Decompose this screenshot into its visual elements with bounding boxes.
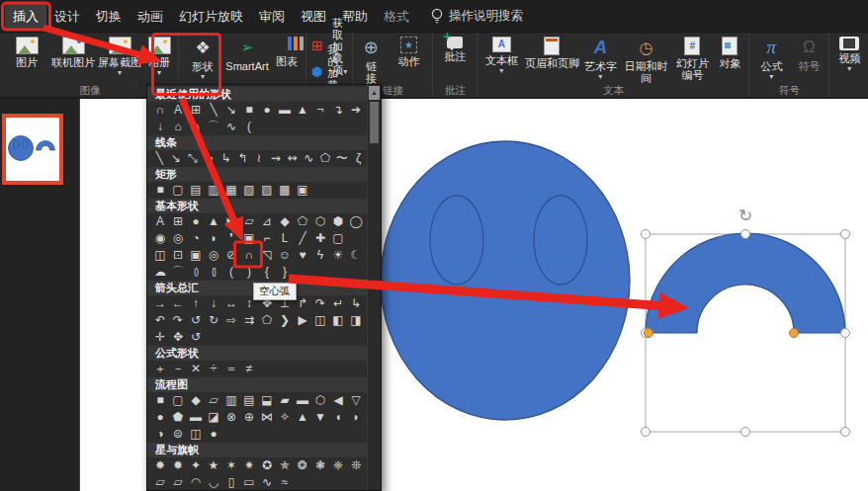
extract-shape-icon[interactable]: ▲ [294,409,311,426]
magnetic-disk-shape-icon[interactable]: ⊜ [169,426,187,443]
pictures-button[interactable]: 图片 [4,33,49,84]
round-same-side-corner-rectangle-shape-icon[interactable]: ▩ [276,182,294,199]
tab-animations[interactable]: 动画 [130,3,171,30]
elbow-connector-shape-icon[interactable]: ¬ [311,102,329,119]
connector-shape-icon[interactable]: ● [151,409,169,426]
online-pictures-button[interactable]: 联机图片 [49,33,97,84]
stored-data-shape-icon[interactable]: ◖ [329,409,347,426]
plus-sign-shape-icon[interactable]: ＋ [151,361,169,377]
notched-right-arrow-shape-icon[interactable]: ⇉ [240,312,258,329]
elbow-double-arrow-connector-shape-icon[interactable]: ↰ [234,150,251,167]
line-arrow-shape-icon[interactable]: ↘ [168,150,185,167]
video-button[interactable]: 视频▾ [831,33,867,84]
no-symbol-shape-icon[interactable]: ⊘ [222,247,240,264]
link-button[interactable]: ⊕链 接 [355,33,387,84]
horizontal-scroll-shape-icon[interactable]: ▭ [240,474,258,490]
star-32-point-shape-icon[interactable]: ❊ [347,457,365,474]
right-arrow-shape-icon[interactable]: → [151,295,169,312]
equal-sign-shape-icon[interactable]: ＝ [222,361,240,377]
tell-me-search[interactable]: 操作说明搜索 [431,3,523,30]
star-5-point-shape-icon[interactable]: ★ [205,457,222,474]
my-add-ins-button[interactable]: ⬢我的加载项▾ [308,60,350,84]
down-arrow-shape-icon[interactable]: ↓ [205,295,222,312]
star-16-point-shape-icon[interactable]: ❃ [311,457,329,474]
circular-arrow-2-shape-icon[interactable]: ↺ [187,329,205,346]
pentagon-arrow-shape-icon[interactable]: ⬠ [258,312,276,329]
plaque-shape-icon[interactable]: ▢ [329,230,347,247]
not-equal-sign-shape-icon[interactable]: ≠ [240,361,258,377]
left-right-arrow-callout-shape-icon[interactable]: ✥ [169,329,187,346]
curved-left-arrow-shape-icon[interactable]: ↶ [151,312,169,329]
lightning-bolt-shape-icon[interactable]: ϟ [311,247,329,264]
bent-up-arrow-shape-icon[interactable]: ↵ [329,295,347,312]
tab-slideshow[interactable]: 幻灯片放映 [171,3,251,30]
tab-insert[interactable]: 插入 [5,3,46,30]
dodecagon-shape-icon[interactable]: ◎ [169,230,187,247]
line-shape-icon[interactable]: ╲ [205,102,222,119]
wordart-button[interactable]: A艺术字▾ [580,33,620,84]
or-shape-icon[interactable]: ⊕ [240,409,258,426]
round-single-corner-rectangle-shape-icon[interactable]: ▨ [258,182,276,199]
wave-shape-icon[interactable]: ∿ [258,474,276,490]
curved-down-arrow-shape-icon[interactable]: ↷ [169,312,187,329]
arc-shape-icon[interactable]: ⌒ [205,119,222,135]
slide-number-button[interactable]: #幻灯片 编号 [671,33,713,84]
chord-shape-icon[interactable]: ◗ [205,230,222,247]
oval-shape-icon[interactable]: ● [187,213,205,230]
freeform-shape-shape-icon[interactable]: ⬠ [317,150,334,167]
tab-format[interactable]: 格式 [376,3,417,30]
snip-single-corner-rectangle-shape-icon[interactable]: ▤ [187,182,205,199]
preparation-shape-icon[interactable]: ⬡ [311,392,329,409]
curved-arrow-connector-shape-icon[interactable]: ⇝ [267,150,284,167]
quad-arrow-callout-shape-icon[interactable]: ✛ [151,329,169,346]
heptagon-shape-icon[interactable]: ⬢ [329,213,347,230]
curved-ribbon-up-shape-icon[interactable]: ◠ [187,474,205,490]
block-arc-shape-icon[interactable]: ∩ [240,247,258,264]
moon-shape-icon[interactable]: ☾ [347,247,365,264]
right-arrow-shape-icon[interactable]: ➔ [347,102,365,119]
down-arrow-shape-icon[interactable]: ↓ [151,119,169,135]
snip-same-side-corner-rectangle-shape-icon[interactable]: ▥ [205,182,222,199]
vertical-scroll-shape-icon[interactable]: ▯ [222,474,240,490]
rounded-rectangle-shape-icon[interactable]: ▬ [276,102,294,119]
circular-arrow-shape-icon[interactable]: ↻ [205,312,222,329]
tab-design[interactable]: 设计 [46,3,88,30]
block-arc-shape-icon[interactable]: ∩ [151,102,169,119]
chevron-arrow-shape-icon[interactable]: ❯ [276,312,294,329]
snip-round-single-corner-rectangle-shape-icon[interactable]: ▧ [240,182,258,199]
arc-shape-icon[interactable]: ⌒ [169,264,187,281]
predefined-process-shape-icon[interactable]: ▥ [222,392,240,409]
minus-sign-shape-icon[interactable]: － [169,361,187,377]
line-double-arrow-shape-icon[interactable]: ⤡ [185,150,202,167]
menu-scrollbar[interactable]: ▲ [367,85,381,490]
regular-pentagon-shape-icon[interactable]: ⬠ [294,213,311,230]
folded-corner-shape-icon[interactable]: ◹ [258,247,276,264]
card-shape-icon[interactable]: ▬ [187,409,205,426]
scrollbar-thumb[interactable] [370,102,379,143]
bent-arrow-shape-icon[interactable]: ↱ [294,295,311,312]
shapes-button[interactable]: ❖形状▾ [181,33,224,84]
rectangle-shape-icon[interactable]: ■ [240,102,258,119]
freeform-scribble-shape-icon[interactable]: 〜 [333,150,350,167]
isosceles-triangle-shape-icon[interactable]: ▲ [294,102,311,119]
sequential-access-storage-shape-icon[interactable]: ◑ [151,426,169,443]
display-shape-icon[interactable]: ● [205,426,222,443]
document-shape-icon[interactable]: ⬓ [258,392,276,409]
bevel-shape-icon[interactable]: ▣ [187,247,205,264]
double-bracket-shape-icon[interactable]: () [187,264,205,281]
isosceles-triangle-shape-icon[interactable]: ▲ [205,213,222,230]
multiplication-sign-shape-icon[interactable]: ✕ [187,361,205,377]
action-button[interactable]: ★动作 [387,33,430,84]
left-arrow-shape-icon[interactable]: ← [169,295,187,312]
collate-shape-icon[interactable]: ⋈ [258,409,276,426]
text-box-shape-icon[interactable]: A [151,213,169,230]
left-bracket-shape-icon[interactable]: ( [222,264,240,281]
direct-access-storage-shape-icon[interactable]: ◫ [187,426,205,443]
diagonal-stripe-shape-icon[interactable]: ╱ [294,230,311,247]
l-shape-shape-icon[interactable]: L [276,230,294,247]
curved-double-arrow-connector-shape-icon[interactable]: ↭ [284,150,301,167]
star-10-point-shape-icon[interactable]: ✯ [276,457,294,474]
star-12-point-shape-icon[interactable]: ❂ [294,457,311,474]
scribble-shape-icon[interactable]: ✎ [187,119,205,135]
left-right-arrow-shape-icon[interactable]: ↔ [222,295,240,312]
